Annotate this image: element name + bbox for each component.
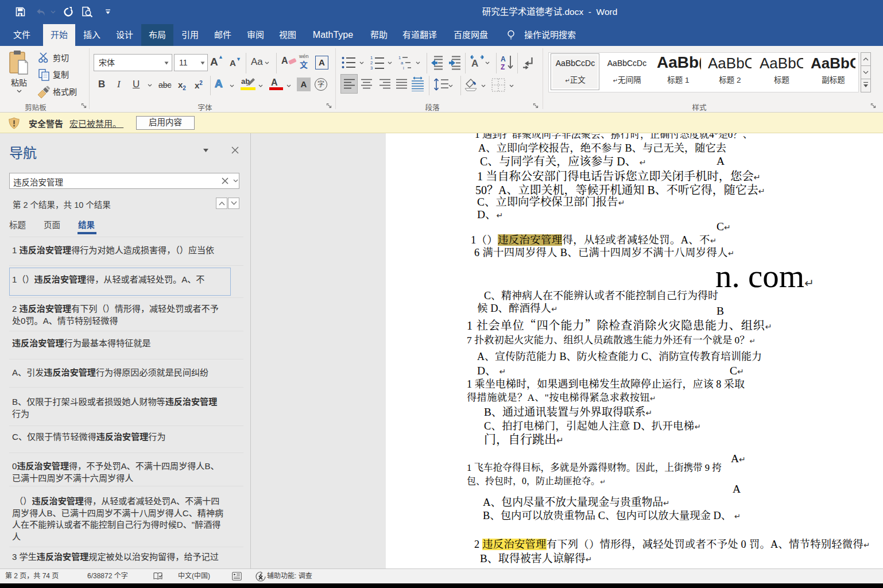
svg-text:A: A [501,55,506,63]
svg-text:1: 1 [398,55,401,60]
svg-text:a: a [401,60,404,65]
svg-text:i: i [403,65,404,70]
svg-text:3: 3 [370,65,373,70]
svg-text:1: 1 [370,55,373,60]
svg-text:2: 2 [370,60,373,65]
svg-text:Z: Z [501,63,505,71]
